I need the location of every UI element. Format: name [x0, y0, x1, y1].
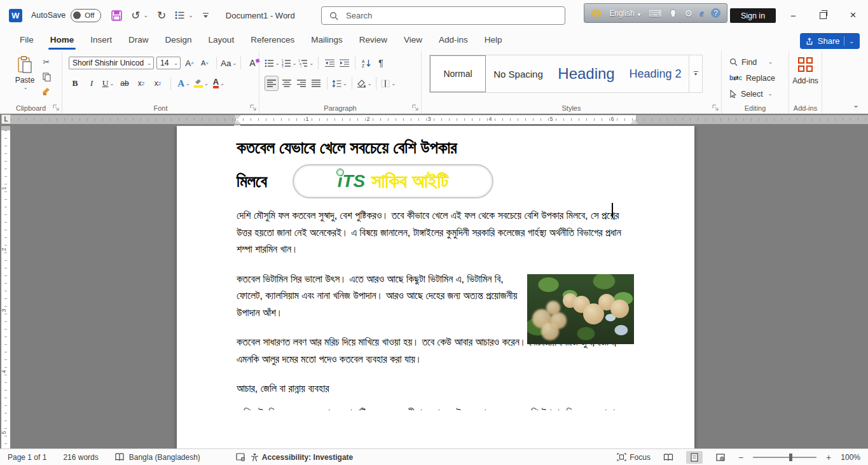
tab-file[interactable]: File	[11, 31, 42, 51]
copy-icon[interactable]	[43, 73, 51, 81]
restore-button[interactable]	[808, 0, 838, 31]
tab-design[interactable]: Design	[157, 31, 200, 51]
horizontal-ruler[interactable]: 1 2 3 4 5 6	[11, 115, 868, 124]
text-predictions-icon[interactable]	[236, 453, 245, 461]
zoom-slider[interactable]	[753, 457, 816, 458]
web-layout-button[interactable]	[712, 451, 729, 464]
align-center-button[interactable]	[280, 76, 293, 90]
tab-layout[interactable]: Layout	[200, 31, 243, 51]
increase-indent-button[interactable]	[338, 56, 350, 70]
text-effects-button[interactable]: A⌄	[177, 76, 190, 90]
settings-gear-icon[interactable]: ⚙	[684, 8, 692, 18]
cut-icon[interactable]: ✂	[43, 57, 50, 67]
clear-formatting-button[interactable]: A	[246, 56, 259, 70]
customize-qat-icon[interactable]	[202, 13, 209, 18]
undo-chevron-icon[interactable]: ⌄	[143, 12, 148, 18]
read-mode-button[interactable]	[660, 451, 677, 464]
browser-e-icon[interactable]: e	[699, 8, 703, 18]
styles-gallery-more-button[interactable]: ▾	[689, 55, 702, 92]
first-line-indent-marker[interactable]	[234, 115, 240, 119]
style-heading-2[interactable]: Heading 2	[622, 55, 689, 92]
keyboard-layout-icon[interactable]: ⌨	[649, 8, 661, 18]
help-icon[interactable]: ?	[711, 8, 720, 18]
tab-draw[interactable]: Draw	[120, 31, 157, 51]
hanging-indent-marker[interactable]	[234, 120, 240, 124]
numbering-button[interactable]: 123 ⌄	[282, 56, 297, 70]
minimize-button[interactable]: −	[778, 0, 808, 31]
bold-button[interactable]: B	[69, 76, 81, 90]
language-status[interactable]: Bangla (Bangladesh)	[129, 453, 200, 462]
style-no-spacing[interactable]: No Spacing	[486, 55, 551, 92]
font-name-combobox[interactable]: Shorif Shishir Unicod ⌄	[69, 57, 154, 69]
tab-mailings[interactable]: Mailings	[303, 31, 351, 51]
line-spacing-button[interactable]: ⌄	[332, 76, 347, 90]
tab-review[interactable]: Review	[351, 31, 396, 51]
vertical-ruler[interactable]: 1 2 3 4 5	[1, 126, 10, 449]
close-button[interactable]: ×	[838, 0, 868, 31]
mouse-tool-icon[interactable]	[669, 9, 677, 18]
focus-button[interactable]: Focus	[617, 453, 651, 462]
decrease-indent-button[interactable]	[323, 56, 336, 70]
align-left-button[interactable]	[265, 76, 279, 91]
highlight-button[interactable]: ⌄	[194, 76, 209, 90]
bullets-button[interactable]: ⌄	[265, 56, 280, 70]
tab-references[interactable]: References	[242, 31, 303, 51]
page-indicator[interactable]: Page 1 of 1	[8, 453, 46, 462]
style-normal[interactable]: Normal	[430, 55, 486, 92]
paragraph-dialog-launcher-icon[interactable]	[412, 104, 418, 111]
addins-button[interactable]: Add-ins	[789, 57, 822, 85]
autosave-toggle[interactable]: Off	[71, 9, 101, 22]
find-button[interactable]: Find ⌄	[729, 56, 775, 68]
collapse-ribbon-icon[interactable]: ⌄	[853, 101, 859, 109]
subscript-button[interactable]: x2	[135, 76, 148, 90]
font-dialog-launcher-icon[interactable]	[250, 104, 256, 111]
language-selector[interactable]: English ▼	[609, 9, 642, 18]
word-app-icon[interactable]: W	[9, 9, 22, 22]
replace-button[interactable]: b⇄c Replace	[729, 72, 775, 84]
undo-icon[interactable]: ↺	[131, 10, 140, 21]
tab-view[interactable]: View	[396, 31, 431, 51]
zoom-out-button[interactable]: −	[738, 452, 743, 462]
paste-button[interactable]: Paste ⌄	[10, 56, 39, 90]
word-count[interactable]: 216 words	[63, 453, 98, 462]
select-button[interactable]: Select ⌄	[729, 88, 775, 100]
change-case-button[interactable]: Aa⌄	[222, 56, 235, 70]
borders-button[interactable]: ⌄	[381, 76, 396, 90]
justify-button[interactable]	[310, 76, 322, 90]
accessibility-status[interactable]: Accessibility: Investigate	[251, 453, 353, 462]
italic-button[interactable]: I	[85, 76, 98, 90]
tab-insert[interactable]: Insert	[82, 31, 120, 51]
tab-stop-selector[interactable]: L	[1, 115, 11, 124]
sort-button[interactable]: AZ	[360, 56, 373, 70]
zoom-slider-thumb[interactable]	[789, 454, 792, 461]
show-formatting-button[interactable]: ¶	[375, 56, 387, 70]
redo-icon[interactable]: ↻	[157, 10, 166, 21]
save-icon[interactable]	[111, 10, 122, 21]
bullet-list-chevron-icon[interactable]: ⌄	[188, 12, 193, 18]
strikethrough-button[interactable]: ab	[118, 76, 131, 90]
superscript-button[interactable]: x2	[151, 76, 164, 90]
right-indent-marker[interactable]	[631, 120, 638, 124]
proofing-icon[interactable]	[115, 453, 124, 461]
format-painter-icon[interactable]	[42, 87, 51, 95]
align-right-button[interactable]	[295, 76, 308, 90]
shading-button[interactable]: ⌄	[357, 76, 372, 90]
document-page[interactable]: কতবেল যেভাবে খেলে সবচেয়ে বেশি উপকার মিল…	[177, 126, 694, 449]
zoom-level[interactable]: 100%	[841, 453, 860, 462]
font-size-combobox[interactable]: 14 ⌄	[156, 57, 181, 69]
multilevel-list-button[interactable]: 1ai ⌄	[298, 56, 313, 70]
tab-home[interactable]: Home	[42, 31, 83, 51]
styles-dialog-launcher-icon[interactable]	[712, 104, 719, 111]
shrink-font-button[interactable]: A˅	[198, 56, 211, 70]
tab-help[interactable]: Help	[476, 31, 511, 51]
print-layout-button[interactable]	[686, 451, 703, 464]
bullet-list-icon[interactable]	[175, 11, 185, 20]
underline-button[interactable]: U⌄	[102, 76, 114, 90]
share-button[interactable]: Share ⌄	[800, 33, 860, 49]
font-color-button[interactable]: A⌄	[212, 76, 225, 90]
sakib-it-logo[interactable]: iTS সাকিব আইটি	[293, 164, 493, 198]
style-heading[interactable]: Heading	[551, 55, 622, 92]
tab-addins[interactable]: Add-ins	[431, 31, 476, 51]
search-input[interactable]: Search	[321, 6, 565, 25]
clipboard-dialog-launcher-icon[interactable]	[53, 104, 59, 111]
